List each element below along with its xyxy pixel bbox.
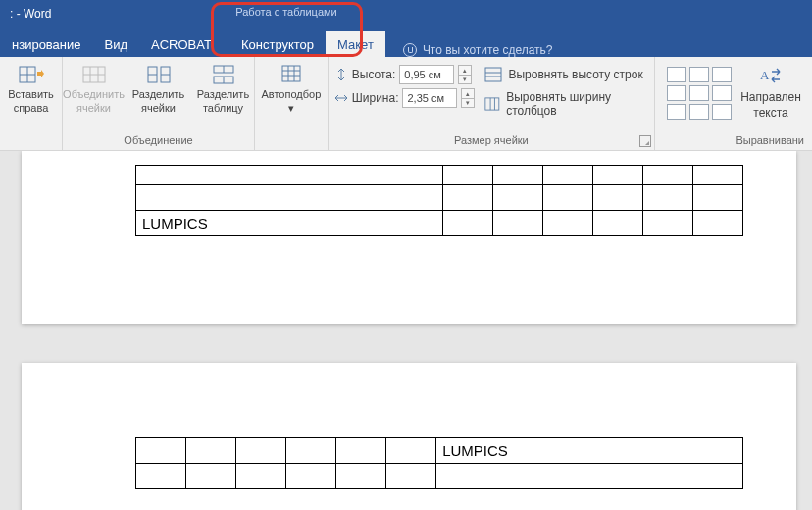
align-bottom-center[interactable] xyxy=(689,104,709,120)
distribute-cols-icon xyxy=(484,96,500,112)
group-cell-size: Высота: ▴▾ Ширина: ▴▾ Выровнять высоту с… xyxy=(329,57,655,150)
align-bottom-left[interactable] xyxy=(667,104,686,120)
insert-right-button[interactable]: Вставить справа xyxy=(3,61,60,114)
height-spin-down[interactable]: ▾ xyxy=(458,75,472,84)
page-2: LUMPICS xyxy=(22,363,796,510)
tab-view[interactable]: Вид xyxy=(93,31,140,57)
autofit-button[interactable]: Автоподбор ▾ xyxy=(263,61,320,114)
distribute-cols-button[interactable]: Выровнять ширину столбцов xyxy=(484,90,644,118)
align-middle-left[interactable] xyxy=(667,85,686,101)
group-autofit: Автоподбор ▾ xyxy=(255,57,329,150)
table-row xyxy=(136,185,743,211)
group-cell-size-label: Размер ячейки xyxy=(334,134,648,148)
tab-acrobat[interactable]: ACROBAT xyxy=(139,31,224,57)
dropdown-caret-icon: ▾ xyxy=(288,102,294,114)
svg-rect-23 xyxy=(485,98,499,110)
title-bar: : - Word xyxy=(0,0,812,27)
text-direction-button[interactable]: A Направлен текста xyxy=(736,61,806,120)
contextual-tab-title: Работа с таблицами xyxy=(220,6,353,18)
autofit-icon xyxy=(278,63,305,86)
page-1: LUMPICS xyxy=(22,151,796,324)
width-label: Ширина: xyxy=(352,91,399,105)
svg-rect-20 xyxy=(485,68,501,81)
align-middle-right[interactable] xyxy=(712,85,732,101)
table-row: LUMPICS xyxy=(136,211,743,236)
tell-me-placeholder: Что вы хотите сделать? xyxy=(423,43,553,57)
table-row xyxy=(136,464,743,489)
tab-review[interactable]: нзирование xyxy=(0,31,93,57)
split-table-button[interactable]: Разделить таблицу xyxy=(195,61,252,114)
align-bottom-right[interactable] xyxy=(712,104,732,120)
group-alignment-label: Выравнивани xyxy=(661,134,806,148)
alignment-grid xyxy=(661,61,736,120)
insert-right-icon xyxy=(18,63,45,86)
group-merge-label: Объединение xyxy=(69,134,248,148)
split-cells-icon xyxy=(145,63,173,86)
app-title: : - Word xyxy=(10,7,51,21)
align-top-center[interactable] xyxy=(689,67,709,82)
ribbon-tab-bar: нзирование Вид ACROBAT Конструктор Макет… xyxy=(0,27,812,57)
table-row xyxy=(136,166,743,185)
width-spin-up[interactable]: ▴ xyxy=(461,88,475,98)
merge-cells-button[interactable]: Объединить ячейки xyxy=(66,61,123,114)
cell-lumpics[interactable]: LUMPICS xyxy=(436,438,743,464)
lightbulb-icon xyxy=(403,43,417,57)
split-table-icon xyxy=(210,63,237,86)
align-top-right[interactable] xyxy=(712,67,732,82)
table-2[interactable]: LUMPICS xyxy=(135,437,743,489)
col-width-icon xyxy=(334,91,348,105)
text-direction-icon: A xyxy=(757,65,785,88)
cell-size-dialog-launcher[interactable] xyxy=(639,135,651,147)
group-alignment: A Направлен текста Выравнивани xyxy=(655,57,812,150)
tell-me-search[interactable]: Что вы хотите сделать? xyxy=(403,43,553,57)
col-width-input[interactable] xyxy=(402,88,457,108)
table-row: LUMPICS xyxy=(136,438,743,464)
align-top-left[interactable] xyxy=(667,67,686,82)
distribute-rows-button[interactable]: Выровнять высоту строк xyxy=(484,67,644,82)
row-height-input[interactable] xyxy=(399,65,454,84)
split-cells-button[interactable]: Разделить ячейки xyxy=(130,61,187,114)
row-height-icon xyxy=(334,68,348,81)
align-middle-center[interactable] xyxy=(689,85,709,101)
tab-table-design[interactable]: Конструктор xyxy=(229,31,326,57)
merge-cells-icon xyxy=(80,63,108,86)
width-spin-down[interactable]: ▾ xyxy=(461,98,475,108)
ribbon: Вставить справа Объединить ячейки Раздел… xyxy=(0,57,812,151)
height-label: Высота: xyxy=(352,68,396,81)
tab-table-layout[interactable]: Макет xyxy=(326,31,385,57)
svg-rect-15 xyxy=(282,66,300,81)
distribute-rows-icon xyxy=(484,67,502,82)
group-insert-partial: Вставить справа xyxy=(0,57,63,150)
cell-lumpics[interactable]: LUMPICS xyxy=(136,211,443,236)
document-area[interactable]: LUMPICS LUMPICS xyxy=(0,151,812,510)
height-spin-up[interactable]: ▴ xyxy=(458,65,472,75)
table-1[interactable]: LUMPICS xyxy=(135,165,743,236)
svg-text:A: A xyxy=(760,68,770,82)
group-merge: Объединить ячейки Разделить ячейки Разде… xyxy=(63,57,255,150)
